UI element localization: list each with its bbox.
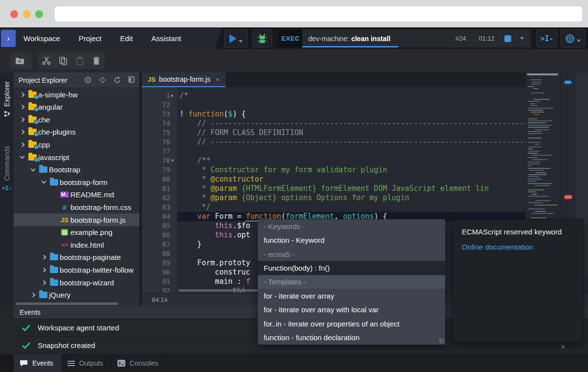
line-number[interactable]: 91 [142, 277, 170, 286]
bottom-tab-outputs[interactable]: Outputs [62, 354, 112, 372]
close-tab-icon[interactable]: × [216, 76, 220, 83]
cut-button[interactable] [38, 52, 55, 69]
explorer-horizontal-scrollbar[interactable] [16, 302, 118, 305]
fold-closed-icon[interactable]: ▶ [171, 91, 174, 100]
tree-item-example.png[interactable]: ▨example.png [14, 226, 139, 239]
line-number[interactable]: 80 [142, 175, 170, 184]
chevron-down-icon[interactable] [39, 181, 48, 183]
exec-dropdown-caret-icon[interactable] [520, 37, 524, 40]
paste-button[interactable] [71, 52, 88, 69]
tree-item-bootstrap-form.css[interactable]: #bootstrap-form.css [14, 201, 139, 213]
line-number[interactable]: 84 [142, 212, 170, 221]
exec-command-widget[interactable]: EXEC dev-machine: clean install #24 01:1… [279, 29, 531, 47]
tree-item-angular[interactable]: angular [14, 101, 139, 114]
autocomplete-item[interactable]: Function(body) : fn() [258, 261, 445, 275]
address-bar[interactable] [55, 6, 582, 22]
tree-item-che[interactable]: che [14, 113, 139, 126]
bottom-tab-consoles[interactable]: Consoles [112, 354, 166, 372]
chevron-right-icon[interactable] [18, 118, 26, 121]
line-number[interactable]: 72 [142, 100, 170, 110]
target-selector-button[interactable] [561, 29, 585, 47]
fold-open-icon[interactable]: ▼ [171, 156, 174, 165]
new-project-button[interactable] [12, 52, 29, 69]
line-number[interactable]: 86 [142, 231, 170, 240]
rail-tab-commands[interactable]: Commands >I- [0, 146, 14, 191]
popup-resize-handle[interactable] [439, 339, 444, 344]
minimize-panel-icon[interactable] [128, 76, 135, 83]
close-events-icon[interactable]: × [561, 342, 565, 352]
refresh-tree-icon[interactable] [113, 76, 121, 84]
bottom-tab-events[interactable]: Events [14, 354, 62, 372]
line-number[interactable]: 81 [142, 184, 170, 193]
tree-item-cpp[interactable]: cpp [14, 138, 139, 151]
line-number[interactable]: 92 [142, 286, 170, 293]
autocomplete-item[interactable]: function - Keyword [258, 233, 445, 247]
chevron-right-icon[interactable] [18, 143, 26, 146]
line-number[interactable]: 85 [142, 221, 170, 231]
chevron-right-icon[interactable] [18, 105, 26, 109]
tree-item-che-plugins[interactable]: che-plugins [14, 126, 139, 139]
line-number[interactable]: 90 [142, 268, 170, 277]
error-marker[interactable] [564, 195, 572, 199]
line-number[interactable]: 88 [142, 249, 170, 258]
autocomplete-item[interactable]: for - iterate over array [258, 289, 445, 302]
tree-item-bootstrap-form.js[interactable]: JSbootstrap-form.js [14, 213, 139, 226]
delete-button[interactable] [88, 52, 105, 69]
run-button[interactable] [224, 29, 248, 47]
line-number[interactable]: 89 [142, 258, 170, 268]
zoom-window-button[interactable] [35, 10, 43, 18]
machine-perspective-button[interactable]: >I- [537, 29, 557, 47]
line-number[interactable]: 77 [142, 147, 170, 156]
chevron-right-icon[interactable] [18, 130, 26, 134]
line-number[interactable]: 87 [142, 240, 170, 249]
menu-edit[interactable]: Edit [120, 34, 133, 43]
editor-tab-bootstrap-form-js[interactable]: JS bootstrap-form.js × [142, 72, 226, 87]
tree-item-bootstrap-wizard[interactable]: bootstrap-wizard [14, 276, 139, 289]
tree-item-index.html[interactable]: <>index.html [14, 238, 139, 251]
online-documentation-link[interactable]: Online documentation [462, 243, 583, 251]
tree-item-jQuery[interactable]: jQuery [14, 289, 139, 302]
tree-item-a-simple-hw[interactable]: a-simple-hw [14, 88, 139, 101]
tree-item-bootstrap-paginate[interactable]: bootstrap-paginate [14, 251, 139, 264]
chevron-right-icon[interactable] [18, 93, 26, 96]
tree-item-README.md[interactable]: M↓README.md [14, 188, 139, 201]
debug-button[interactable] [252, 29, 272, 47]
autocomplete-item[interactable]: for - iterate over array with local var [258, 303, 445, 317]
chevron-right-icon[interactable] [28, 293, 37, 297]
line-number[interactable]: 75 [142, 128, 170, 138]
copy-button[interactable] [55, 52, 71, 69]
tree-item-bootstrap-form[interactable]: bootstrap-form [14, 176, 139, 188]
minimap-viewport-bar[interactable] [527, 73, 558, 75]
chevron-right-icon[interactable] [39, 268, 48, 272]
line-number[interactable]: 1 [142, 91, 170, 100]
menu-assistant[interactable]: Assistant [151, 34, 181, 43]
menu-workspace[interactable]: Workspace [23, 34, 60, 43]
rail-tab-explorer[interactable]: Explorer [0, 81, 14, 117]
scroll-from-source-icon[interactable] [84, 76, 91, 84]
line-number[interactable]: 78 [142, 156, 170, 165]
nav-toggle-button[interactable]: › [1, 30, 16, 47]
tree-item-bootstrap-twitter-follow[interactable]: bootstrap-twitter-follow [14, 263, 139, 276]
autocomplete-item[interactable]: function - function declaration [258, 331, 445, 345]
menu-project[interactable]: Project [79, 34, 102, 43]
chevron-right-icon[interactable] [39, 281, 48, 284]
chevron-right-icon[interactable] [39, 256, 48, 259]
line-number[interactable]: 74 [142, 119, 170, 128]
target-dropdown-caret-icon[interactable] [577, 40, 581, 42]
tree-item-Bootstrap[interactable]: Bootstrap [14, 163, 139, 176]
line-number[interactable]: 82 [142, 193, 170, 203]
minimize-window-button[interactable] [23, 10, 31, 18]
tree-item-javascript[interactable]: javascript [14, 151, 139, 163]
scroll-position-marker[interactable] [564, 80, 572, 84]
link-with-editor-icon[interactable] [99, 76, 106, 84]
autocomplete-item[interactable]: for..in - iterate over properties of an … [258, 317, 445, 330]
line-number[interactable]: 83 [142, 203, 170, 212]
chevron-down-icon[interactable] [28, 169, 37, 171]
line-number[interactable]: 79 [142, 165, 170, 175]
run-dropdown-caret-icon[interactable] [239, 40, 243, 43]
line-number[interactable]: 76 [142, 138, 170, 147]
chevron-down-icon[interactable] [18, 156, 26, 158]
close-window-button[interactable] [10, 10, 18, 18]
line-number[interactable]: 73 [142, 110, 170, 119]
stop-process-button[interactable] [504, 35, 511, 42]
